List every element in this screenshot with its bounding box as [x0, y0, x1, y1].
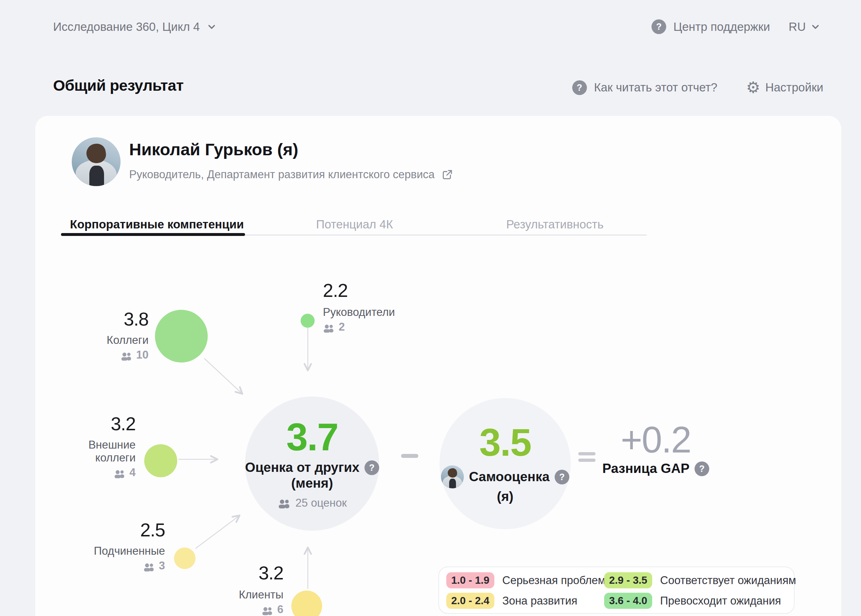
rater-count: 3: [143, 559, 165, 572]
self-label-line2: (я): [497, 489, 513, 504]
question-icon[interactable]: ?: [694, 462, 709, 476]
profile-position: Руководитель, Департамент развития клиен…: [129, 168, 435, 181]
legend-label: Превосходит ожидания: [660, 594, 781, 607]
legend-item-meets-expectations: 2.9 - 3.5 Соответствует ожиданиям: [604, 572, 796, 588]
people-icon: [143, 561, 155, 570]
how-to-read-link[interactable]: ? Как читать этот отчет?: [572, 80, 718, 95]
external-link-icon[interactable]: [441, 168, 453, 181]
question-icon: ?: [572, 80, 587, 95]
others-count-label: 25 оценок: [296, 497, 347, 509]
gap-value: +0.2: [621, 421, 691, 458]
report-card: Николай Гурьков (я) Руководитель, Департ…: [35, 116, 841, 616]
gap-label: Разница GAP: [602, 461, 689, 476]
language-label: RU: [789, 20, 806, 34]
survey-cycle-dropdown[interactable]: Исследование 360, Цикл 4: [53, 20, 217, 34]
avatar: [72, 137, 121, 186]
header-actions: ? Как читать этот отчет? ⚙ Настройки: [572, 80, 823, 95]
rater-count-value: 3: [159, 559, 165, 572]
rater-label: Коллеги: [107, 334, 148, 347]
people-icon: [121, 350, 133, 359]
others-count-row: 25 оценок: [278, 497, 347, 509]
rater-count: 6: [261, 603, 283, 616]
question-icon: ?: [652, 19, 666, 34]
rater-score: 3.8: [124, 309, 148, 330]
minus-sign: [401, 454, 418, 458]
legend-range-pill: 3.6 - 4.0: [604, 593, 652, 609]
chevron-down-icon: [206, 22, 217, 32]
rater-count-value: 4: [129, 466, 135, 479]
tab-performance[interactable]: Результативность: [506, 218, 603, 231]
legend-item-development-zone: 2.0 - 2.4 Зона развития: [446, 593, 604, 609]
self-label-row: Самооценка ?: [441, 465, 569, 488]
legend-range-pill: 1.0 - 1.9: [446, 572, 494, 588]
rater-count: 4: [114, 466, 135, 479]
gap-label-row: Разница GAP ?: [602, 461, 709, 476]
survey-cycle-label: Исследование 360, Цикл 4: [53, 20, 200, 34]
rater-score: 3.2: [259, 563, 283, 583]
settings-label: Настройки: [765, 81, 823, 94]
others-label-line2: (меня): [291, 476, 333, 491]
rater-score: 2.2: [323, 280, 348, 301]
profile-name: Николай Гурьков (я): [129, 140, 299, 159]
rater-label: Подчиненные: [94, 545, 165, 558]
rater-count-value: 6: [277, 603, 283, 616]
rater-score: 2.5: [140, 520, 165, 541]
rater-count-value: 2: [338, 321, 345, 333]
rater-count: 2: [323, 321, 345, 333]
rater-managers: 2.2 Руководители 2: [323, 280, 441, 333]
self-score: 3.5: [479, 423, 531, 462]
support-center-label: Центр поддержки: [674, 20, 770, 34]
how-to-read-label: Как читать этот отчет?: [594, 81, 718, 94]
rater-subordinates: 2.5 Подчиненные 3: [57, 520, 165, 572]
rater-external-colleagues: 3.2 Внешние коллеги 4: [49, 413, 135, 479]
self-rating-circle: 3.5 Самооценка ? (я): [439, 398, 571, 529]
active-tab-underline: [61, 233, 245, 236]
tab-potential-4k[interactable]: Потенциал 4К: [316, 218, 393, 231]
rater-count-value: 10: [136, 349, 148, 361]
legend-label: Соответствует ожиданиям: [660, 574, 796, 587]
gear-icon: ⚙: [746, 80, 760, 95]
chevron-down-icon: [810, 22, 821, 32]
rater-count: 10: [121, 349, 148, 361]
topbar-right: ? Центр поддержки RU: [652, 19, 821, 34]
legend-range-pill: 2.9 - 3.5: [604, 572, 652, 588]
people-icon: [114, 468, 126, 477]
others-score: 3.7: [286, 418, 338, 456]
others-rating-circle: 3.7 Оценка от других ? (меня) 25 оценок: [245, 396, 379, 531]
tab-corporate-competencies[interactable]: Корпоративные компетенции: [70, 218, 244, 231]
others-label-row: Оценка от других ?: [245, 460, 379, 475]
people-icon: [323, 323, 335, 331]
avatar: [441, 465, 464, 488]
rater-label: Руководители: [323, 306, 395, 319]
bubble-clients: [291, 591, 322, 616]
rater-label: Внешние: [88, 438, 135, 451]
page-title: Общий результат: [53, 77, 183, 94]
legend-item-serious-problem: 1.0 - 1.9 Серьезная проблема: [446, 572, 604, 588]
settings-button[interactable]: ⚙ Настройки: [746, 80, 823, 95]
rater-score: 3.2: [111, 413, 135, 434]
question-icon[interactable]: ?: [555, 470, 569, 484]
page: Исследование 360, Цикл 4 ? Центр поддерж…: [0, 0, 861, 616]
legend-range-pill: 2.0 - 2.4: [446, 593, 494, 609]
rater-label-line2: коллеги: [95, 451, 135, 464]
legend-label: Зона развития: [502, 594, 577, 607]
people-icon: [278, 498, 291, 508]
score-legend: 1.0 - 1.9 Серьезная проблема 2.9 - 3.5 С…: [438, 567, 795, 614]
avatar-shirt-shape: [89, 166, 104, 186]
support-center-link[interactable]: ? Центр поддержки: [652, 19, 770, 34]
rater-colleagues: 3.8 Коллеги 10: [64, 309, 148, 361]
people-icon: [261, 605, 274, 614]
language-selector[interactable]: RU: [789, 20, 821, 34]
others-label: Оценка от других: [245, 460, 359, 475]
gap-block: +0.2 Разница GAP ?: [584, 421, 727, 476]
bubble-external-colleagues: [144, 444, 177, 477]
bubble-managers: [301, 314, 315, 328]
question-icon[interactable]: ?: [365, 460, 379, 475]
rater-label: Клиенты: [239, 588, 283, 601]
legend-item-exceeds-expectations: 3.6 - 4.0 Превосходит ожидания: [604, 593, 796, 609]
legend-label: Серьезная проблема: [502, 574, 612, 587]
bubble-colleagues: [155, 310, 208, 363]
rater-clients: 3.2 Клиенты 6: [175, 563, 283, 616]
avatar-shirt-shape: [449, 479, 456, 488]
self-label: Самооценка: [469, 469, 549, 484]
